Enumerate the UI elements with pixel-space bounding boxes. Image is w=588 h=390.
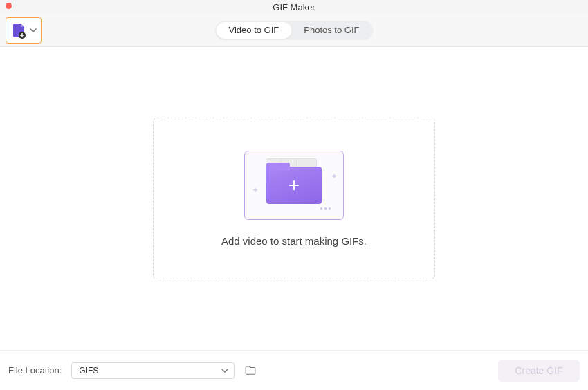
file-location-value: GIFS [79, 366, 98, 375]
tab-video-to-gif[interactable]: Video to GIF [217, 22, 292, 39]
sparkle-icon: ✦ [252, 185, 259, 195]
tab-photos-to-gif[interactable]: Photos to GIF [291, 22, 371, 39]
dropzone-illustration: + ✦ ✦ [244, 151, 344, 220]
create-gif-button[interactable]: Create GIF [498, 360, 580, 382]
dropzone[interactable]: + ✦ ✦ Add video to start making GIFs. [153, 118, 435, 279]
open-folder-button[interactable] [244, 364, 257, 377]
add-file-icon [10, 22, 27, 39]
window-titlebar: GIF Maker [0, 0, 588, 14]
folder-plus-icon: + [266, 167, 322, 204]
dropzone-prompt: Add video to start making GIFs. [221, 235, 367, 247]
close-window-button[interactable] [6, 3, 12, 9]
mode-tab-switch: Video to GIF Photos to GIF [215, 21, 374, 40]
decorative-dots [320, 207, 331, 210]
add-file-button[interactable] [6, 17, 42, 44]
window-title: GIF Maker [0, 2, 588, 12]
chevron-down-icon [30, 27, 37, 34]
chevron-down-icon [221, 367, 228, 374]
sparkle-icon: ✦ [331, 171, 338, 181]
main-content: + ✦ ✦ Add video to start making GIFs. [0, 47, 588, 350]
footer-bar: File Location: GIFS Create GIF [0, 350, 588, 390]
file-location-label: File Location: [8, 365, 62, 375]
file-location-select[interactable]: GIFS [71, 362, 235, 379]
app-toolbar: Video to GIF Photos to GIF [0, 14, 588, 47]
